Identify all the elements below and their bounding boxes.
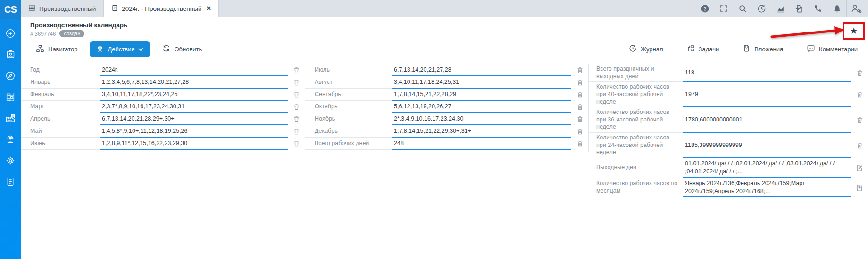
document-icon[interactable] [0, 171, 21, 192]
sitemap-icon [36, 44, 44, 54]
field-row: Количество рабочих часов при 36-часовой … [589, 107, 868, 133]
field-label: Ноябрь [305, 113, 392, 125]
field-row: Количество рабочих часов при 40-часовой … [589, 82, 868, 107]
field-label: Выходные дни [589, 158, 683, 178]
field-label: Декабрь [305, 125, 392, 138]
trash-icon[interactable] [288, 101, 305, 113]
field-value[interactable]: 1780,6000000000001 [683, 107, 851, 133]
import-doc-icon[interactable] [790, 0, 809, 17]
trash-icon[interactable] [288, 113, 305, 125]
field-label: Май [21, 125, 100, 138]
field-value[interactable]: 6,7,13,14,20,21,27,28 [392, 64, 571, 76]
trash-icon[interactable] [571, 101, 588, 113]
field-value[interactable]: 1185,3999999999999 [683, 133, 851, 158]
edit-note-icon[interactable] [851, 178, 868, 198]
compass-icon[interactable] [0, 65, 21, 86]
id-card-icon[interactable] [0, 44, 21, 65]
trash-icon[interactable] [571, 76, 588, 89]
tab-bar: Производственный 2024г. - Производственн… [21, 0, 868, 17]
refresh-label: Обновить [174, 46, 202, 53]
field-row: Март2,3,7*,8,9,10,16,17,23,24,30,31 [21, 101, 305, 113]
attachments-button[interactable]: Вложения [737, 41, 789, 57]
support-agent-icon[interactable] [0, 129, 21, 150]
chart-icon[interactable] [771, 0, 790, 17]
trash-icon[interactable] [288, 89, 305, 101]
tab-registry[interactable]: Производственный [21, 0, 104, 17]
phone-icon[interactable] [809, 0, 827, 17]
record-toolbar: Навигатор Действия Обновить [21, 41, 868, 57]
trash-icon[interactable] [851, 82, 868, 107]
field-value[interactable]: 1979 [683, 82, 851, 107]
navigator-label: Навигатор [48, 46, 77, 53]
grid-icon [28, 4, 35, 13]
tasks-icon [687, 44, 695, 54]
field-value[interactable]: 5,6,12,13,19,20,26,27 [392, 101, 571, 113]
trash-icon[interactable] [288, 138, 305, 150]
field-value[interactable]: 1,2,8,9,11*,12,15,16,22,23,29,30 [100, 138, 288, 150]
app-window: CS [0, 0, 868, 259]
field-value[interactable]: 118 [683, 64, 851, 82]
navigator-button[interactable]: Навигатор [30, 41, 83, 57]
field-value[interactable]: 3,4,10,11,17,18,22*,23,24,25 [100, 89, 288, 101]
field-value[interactable]: Январь 2024г./136;Февраль 2024г./159;Мар… [683, 178, 851, 198]
comments-button[interactable]: Комментарии [801, 41, 863, 57]
tasks-button[interactable]: Задачи [681, 41, 725, 57]
favorite-star-icon[interactable]: ★ [850, 26, 858, 35]
trash-icon[interactable] [571, 89, 588, 101]
trash-icon[interactable] [851, 107, 868, 133]
trash-icon[interactable] [851, 133, 868, 158]
field-row: Август3,4,10,11,17,18,24,25,31 [305, 76, 588, 89]
field-value[interactable]: 2,3,7*,8,9,10,16,17,23,24,30,31 [100, 101, 288, 113]
field-row: Количество рабочих часов при 24-часовой … [589, 133, 868, 158]
field-row: Февраль3,4,10,11,17,18,22*,23,24,25 [21, 89, 305, 101]
field-value[interactable]: 2024г. [100, 64, 288, 76]
field-value[interactable]: 1,2,3,4,5,6,7,8,13,14,20,21,27,28 [100, 76, 288, 89]
field-label: Июль [305, 64, 392, 76]
close-icon[interactable]: × [205, 4, 211, 13]
help-icon[interactable] [695, 0, 714, 17]
plus-circle-icon[interactable] [0, 23, 21, 44]
trash-icon[interactable] [571, 125, 588, 138]
trash-icon[interactable] [851, 64, 868, 82]
attachment-icon [743, 44, 751, 54]
trash-icon[interactable] [571, 113, 588, 125]
field-value[interactable]: 2*,3,4,9,10,16,17,23,24,30 [392, 113, 571, 125]
field-value[interactable]: 1,4,5,8*,9,10+,11,12,18,19,25,26 [100, 125, 288, 138]
factory-icon[interactable] [0, 107, 21, 129]
field-value[interactable]: 6,7,13,14,20,21,28,29+,30+ [100, 113, 288, 125]
trash-icon[interactable] [288, 125, 305, 138]
form-column-months-2: Июль6,7,13,14,20,21,27,28Август3,4,10,11… [305, 64, 589, 152]
field-label: Август [305, 76, 392, 89]
field-value[interactable]: 1,7,8,14,15,21,22,29,30+,31+ [392, 125, 571, 138]
actions-label: Действия [108, 46, 134, 53]
page-title: Производственный календарь [30, 22, 868, 29]
history-icon[interactable] [752, 0, 771, 17]
refresh-button[interactable]: Обновить [157, 41, 208, 57]
shelf-icon[interactable] [0, 86, 21, 107]
user-link-icon[interactable] [846, 0, 865, 17]
journal-button[interactable]: Журнал [623, 41, 668, 57]
field-label: Количество рабочих часов при 36-часовой … [589, 107, 683, 133]
field-value[interactable]: 248 [392, 138, 571, 150]
edit-note-icon[interactable] [851, 158, 868, 178]
tab-record-2024[interactable]: 2024г. - Производственный × [104, 0, 219, 17]
field-value[interactable]: 3,4,10,11,17,18,24,25,31 [392, 76, 571, 89]
field-value[interactable]: 1,7,8,14,15,21,22,28,29 [392, 89, 571, 101]
actions-button[interactable]: Действия [90, 41, 150, 57]
refresh-icon [162, 44, 170, 54]
bell-icon[interactable] [827, 0, 846, 17]
chevron-down-icon [138, 46, 143, 53]
field-label: Количество рабочих часов по месяцам [589, 178, 683, 198]
trash-icon[interactable] [288, 76, 305, 89]
field-row: Сентябрь1,7,8,14,15,21,22,28,29 [305, 89, 588, 101]
trash-icon[interactable] [571, 138, 588, 150]
field-row: Июль6,7,13,14,20,21,27,28 [305, 64, 588, 76]
trash-icon[interactable] [288, 64, 305, 76]
gear-icon[interactable] [0, 150, 21, 171]
field-row: Всего праздничных и выходных дней118 [589, 64, 868, 82]
fullscreen-icon[interactable] [714, 0, 733, 17]
field-value[interactable]: 01.01.2024/ да/ / / ;02.01.2024/ да/ / /… [683, 158, 851, 178]
trash-icon[interactable] [571, 64, 588, 76]
search-icon[interactable] [733, 0, 752, 17]
field-row: Апрель6,7,13,14,20,21,28,29+,30+ [21, 113, 305, 125]
